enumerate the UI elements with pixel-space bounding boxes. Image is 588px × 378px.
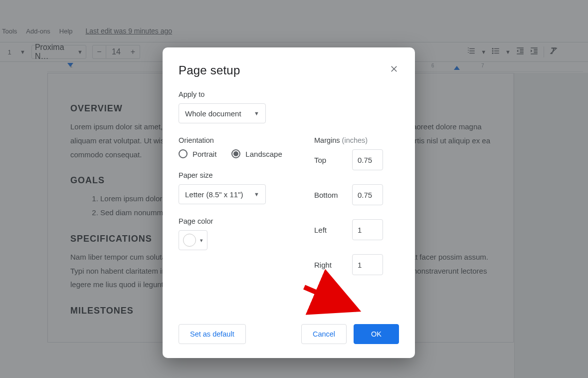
margin-bottom-label: Bottom (314, 191, 347, 199)
margin-right-input[interactable] (352, 254, 383, 275)
margins-label: Margins (inches) (314, 136, 399, 144)
chevron-down-icon: ▼ (254, 191, 259, 197)
orientation-landscape-radio[interactable]: Landscape (231, 149, 282, 158)
margin-right-label: Right (314, 261, 347, 269)
paper-size-label: Paper size (179, 171, 294, 179)
left-column: Orientation Portrait Landscape Paper siz… (179, 123, 294, 275)
dialog-button-row: Set as default Cancel OK (179, 312, 399, 344)
radio-icon (231, 149, 240, 158)
orientation-group: Portrait Landscape (179, 149, 294, 158)
cancel-button[interactable]: Cancel (301, 324, 347, 344)
orientation-label: Orientation (179, 136, 294, 144)
ok-button[interactable]: OK (354, 324, 399, 344)
orientation-portrait-radio[interactable]: Portrait (179, 149, 216, 158)
paper-size-value: Letter (8.5" x 11") (185, 190, 243, 199)
margin-left-label: Left (314, 226, 347, 234)
close-button[interactable] (388, 62, 400, 74)
orientation-portrait-label: Portrait (193, 150, 216, 158)
orientation-landscape-label: Landscape (245, 150, 282, 158)
page-color-select[interactable]: ▾ (179, 230, 207, 250)
margin-bottom-input[interactable] (352, 184, 383, 205)
paper-size-select[interactable]: Letter (8.5" x 11") ▼ (179, 184, 266, 204)
close-icon (390, 64, 398, 73)
apply-to-value: Whole document (185, 109, 241, 118)
apply-to-label: Apply to (179, 90, 399, 98)
radio-icon (179, 149, 188, 158)
chevron-down-icon: ▼ (254, 110, 259, 116)
margin-left-input[interactable] (352, 219, 383, 240)
margin-top-input[interactable] (352, 149, 383, 170)
set-as-default-button[interactable]: Set as default (179, 324, 246, 344)
page-color-label: Page color (179, 217, 294, 225)
chevron-down-icon: ▾ (200, 237, 203, 244)
dialog-title: Page setup (179, 63, 399, 77)
color-swatch-icon (183, 234, 196, 247)
margins-units: (inches) (342, 136, 368, 144)
right-column: Margins (inches) Top Bottom Left Right (314, 123, 399, 275)
margin-top-label: Top (314, 156, 347, 164)
apply-to-select[interactable]: Whole document ▼ (179, 103, 266, 123)
page-setup-dialog: Page setup Apply to Whole document ▼ Ori… (163, 47, 415, 358)
